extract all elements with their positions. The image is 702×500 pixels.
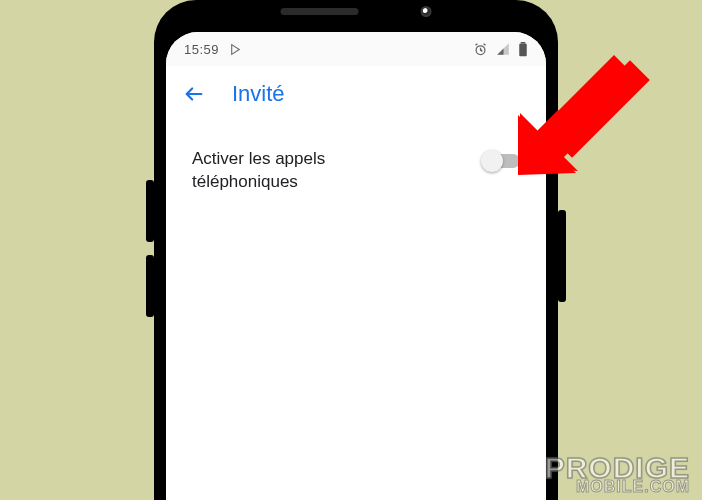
svg-rect-2 (519, 43, 527, 56)
battery-icon (518, 42, 528, 57)
settings-content: Activer les appels téléphoniques (166, 122, 546, 500)
arrow-left-icon (183, 83, 205, 105)
signal-icon (496, 42, 510, 56)
power-button[interactable] (558, 210, 566, 302)
svg-rect-5 (552, 60, 650, 158)
alarm-icon (473, 42, 488, 57)
enable-calls-toggle[interactable] (484, 154, 520, 168)
setting-label: Activer les appels téléphoniques (192, 148, 432, 194)
svg-rect-1 (521, 42, 526, 44)
volume-up-button[interactable] (146, 180, 154, 242)
status-bar: 15:59 (166, 32, 546, 66)
phone-frame: 15:59 Invité (154, 0, 558, 500)
page-title: Invité (232, 81, 285, 107)
watermark-line1: PRODIGE (545, 455, 690, 481)
toggle-thumb (481, 150, 503, 172)
setting-enable-calls[interactable]: Activer les appels téléphoniques (186, 138, 526, 204)
watermark: PRODIGE MOBILE.COM (545, 455, 690, 494)
front-camera (421, 6, 432, 17)
volume-down-button[interactable] (146, 255, 154, 317)
screen: 15:59 Invité (166, 32, 546, 500)
app-bar: Invité (166, 66, 546, 122)
play-store-icon (229, 43, 242, 56)
phone-notch (281, 6, 432, 17)
back-button[interactable] (180, 80, 208, 108)
status-clock: 15:59 (184, 42, 219, 57)
earpiece-speaker (281, 8, 359, 15)
